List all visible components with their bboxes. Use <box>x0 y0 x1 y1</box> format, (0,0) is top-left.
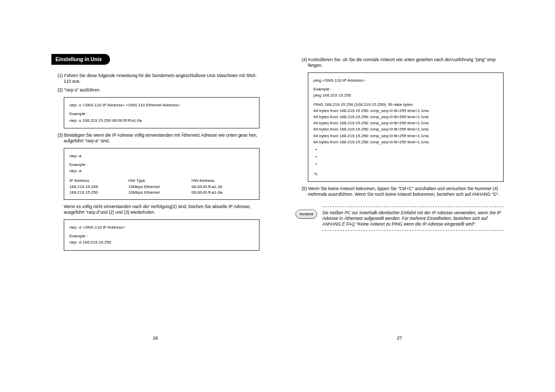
table-header-row: IP Address HW Type HW Address <box>69 178 254 183</box>
table-row: 168.219.15.249 10Mbps Ethernet 00-00-f0-… <box>69 184 254 190</box>
code-box-ping: ping <SNS-110 IP Address> Example : ping… <box>308 72 504 182</box>
example-label: Example : <box>69 233 254 239</box>
ping-output: PING 168.219.15.250 (168.219.15.250): 56… <box>313 102 498 107</box>
page-spread: Einstellung in Unix (1) Führen Sie diese… <box>0 0 555 372</box>
cmd: rarp -s <SNS-110 IP Address> <SNS-110 Et… <box>69 102 254 108</box>
col-ip: IP Address <box>69 178 128 183</box>
description: Wenn es völlig nicht einverstanden nach … <box>64 204 260 215</box>
cmd: ping <SNS-110 IP Address> <box>313 78 498 83</box>
bullet-icon: • <box>313 161 498 166</box>
ping-output: 64 bytes from 168.219.15.250: icmp_seq=0… <box>313 108 498 114</box>
cmd: rarp -a <box>69 153 254 159</box>
ping-output: 64 bytes from 168.219.15.250: icmp_seq=0… <box>313 139 498 145</box>
code-box-rarp-d: rarp -d <SNS-110 IP Address> Example : r… <box>64 219 260 251</box>
col-hwaddr: HW Address <box>192 178 254 183</box>
left-page: Einstellung in Unix (1) Führen Sie diese… <box>51 54 260 342</box>
step-2: (2) "rarp-s" ausführen. <box>51 87 260 93</box>
example-label: Example : <box>313 86 498 92</box>
example-label: Example : <box>69 162 254 167</box>
step-1: (1) Führen Sie diese folgende Anweisung … <box>51 73 260 84</box>
col-hwtype: HW Type <box>128 178 192 183</box>
ctrl-c: ^c <box>313 171 498 177</box>
table-row: 168.219.15.250 10Mbps Ethernet 00-00-f0-… <box>69 190 254 195</box>
bullet-icon: • <box>313 154 498 159</box>
page-number: 26 <box>153 335 158 342</box>
cmd: rarp -d <SNS-110 IP Address> <box>69 225 254 230</box>
caution-block: Vorsicht Sie müßen PC nur innerhalb iden… <box>295 207 504 231</box>
section-header: Einstellung in Unix <box>51 54 110 65</box>
example: rarp -d 168.219.15.250 <box>69 239 254 245</box>
example: ping 168.219.15.250 <box>313 92 498 98</box>
ping-output: 64 bytes from 168.219.15.250: icmp_seq=0… <box>313 120 498 126</box>
bullet-icon: • <box>313 146 498 152</box>
code-box-rarp-s: rarp -s <SNS-110 IP Address> <SNS-110 Et… <box>64 97 260 128</box>
example: rarp -s 168.219.15.250 00:00:f0:ff:a1:0a <box>69 118 254 123</box>
step-4: (4) Kontrollieren Sie. ob Sie die normal… <box>295 57 504 68</box>
ping-output: 64 bytes from 168.219.15.250: icmp_seq=0… <box>313 133 498 139</box>
right-page: (4) Kontrollieren Sie. ob Sie die normal… <box>295 54 504 342</box>
rarp-table: IP Address HW Type HW Address 168.219.15… <box>69 178 254 195</box>
example: rarp -a <box>69 168 254 174</box>
code-box-rarp-a: rarp -a Example : rarp -a IP Address HW … <box>64 148 260 200</box>
example-label: Example : <box>69 111 254 117</box>
caution-text: Sie müßen PC nur innerhalb identischer E… <box>322 207 504 231</box>
step-3: (3) Bestätigen Sie wenn die IP Adresse v… <box>51 133 260 144</box>
ping-output: 64 bytes from 168.219.15.250: icmp_seq=0… <box>313 114 498 120</box>
page-number: 27 <box>397 335 402 342</box>
ping-output: 64 bytes from 168.219.15.250: icmp_seq=0… <box>313 126 498 132</box>
caution-badge: Vorsicht <box>295 210 317 219</box>
step-5: (5) Wenn Sie keine Antwort bekonnen, tip… <box>295 186 504 197</box>
